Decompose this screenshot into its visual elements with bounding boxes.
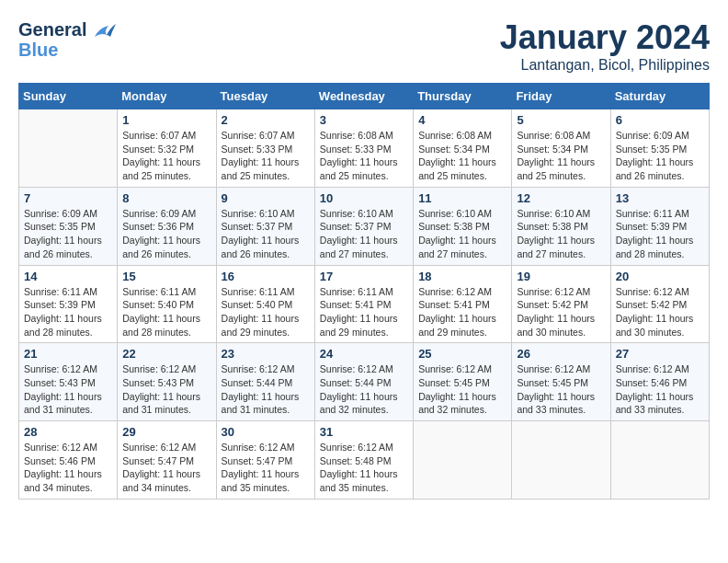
calendar-cell: 11Sunrise: 6:10 AM Sunset: 5:38 PM Dayli… [414, 187, 512, 265]
header-wednesday: Wednesday [314, 84, 413, 109]
day-number: 27 [616, 347, 704, 361]
calendar-week-row: 14Sunrise: 6:11 AM Sunset: 5:39 PM Dayli… [19, 265, 710, 343]
day-number: 22 [122, 347, 210, 361]
day-number: 29 [122, 425, 210, 439]
day-number: 2 [222, 113, 310, 127]
logo-line2: Blue [18, 40, 86, 60]
day-info: Sunrise: 6:12 AM Sunset: 5:44 PM Dayligh… [222, 362, 310, 417]
day-info: Sunrise: 6:12 AM Sunset: 5:44 PM Dayligh… [320, 362, 408, 417]
header-friday: Friday [512, 84, 610, 109]
day-info: Sunrise: 6:12 AM Sunset: 5:42 PM Dayligh… [517, 285, 605, 339]
day-info: Sunrise: 6:12 AM Sunset: 5:43 PM Dayligh… [122, 362, 210, 417]
day-number: 15 [122, 270, 210, 283]
calendar-cell: 29Sunrise: 6:12 AM Sunset: 5:47 PM Dayli… [118, 421, 216, 500]
day-number: 3 [320, 113, 408, 127]
calendar-cell: 27Sunrise: 6:12 AM Sunset: 5:46 PM Dayli… [610, 343, 709, 421]
day-info: Sunrise: 6:07 AM Sunset: 5:33 PM Dayligh… [222, 129, 310, 183]
day-number: 1 [122, 113, 210, 127]
location: Lantangan, Bicol, Philippines [500, 57, 710, 74]
day-number: 13 [616, 191, 704, 205]
day-number: 8 [122, 191, 210, 205]
day-number: 21 [24, 347, 112, 361]
day-number: 26 [517, 347, 605, 361]
page-header: General Blue January 2024 Lantangan, Bic… [18, 18, 710, 74]
day-number: 12 [517, 191, 605, 205]
day-number: 28 [24, 425, 112, 439]
day-info: Sunrise: 6:10 AM Sunset: 5:38 PM Dayligh… [517, 207, 605, 261]
day-number: 30 [222, 425, 310, 439]
calendar-cell: 28Sunrise: 6:12 AM Sunset: 5:46 PM Dayli… [19, 421, 118, 500]
day-info: Sunrise: 6:08 AM Sunset: 5:34 PM Dayligh… [418, 129, 506, 183]
calendar-cell: 7Sunrise: 6:09 AM Sunset: 5:35 PM Daylig… [19, 187, 118, 265]
calendar-week-row: 21Sunrise: 6:12 AM Sunset: 5:43 PM Dayli… [19, 343, 710, 421]
day-info: Sunrise: 6:08 AM Sunset: 5:34 PM Dayligh… [517, 129, 605, 183]
day-number: 24 [320, 347, 408, 361]
header-monday: Monday [118, 84, 216, 109]
day-number: 14 [24, 270, 112, 283]
calendar-cell: 5Sunrise: 6:08 AM Sunset: 5:34 PM Daylig… [512, 109, 610, 188]
calendar-cell: 19Sunrise: 6:12 AM Sunset: 5:42 PM Dayli… [512, 265, 610, 343]
header-tuesday: Tuesday [216, 84, 314, 109]
day-info: Sunrise: 6:12 AM Sunset: 5:46 PM Dayligh… [616, 362, 704, 417]
day-number: 5 [517, 113, 605, 127]
calendar-cell [414, 421, 512, 500]
calendar-cell: 14Sunrise: 6:11 AM Sunset: 5:39 PM Dayli… [19, 265, 118, 343]
day-info: Sunrise: 6:12 AM Sunset: 5:45 PM Dayligh… [418, 362, 506, 417]
day-number: 6 [616, 113, 704, 127]
calendar-cell: 12Sunrise: 6:10 AM Sunset: 5:38 PM Dayli… [512, 187, 610, 265]
calendar-cell: 13Sunrise: 6:11 AM Sunset: 5:39 PM Dayli… [610, 187, 709, 265]
calendar-cell: 16Sunrise: 6:11 AM Sunset: 5:40 PM Dayli… [216, 265, 314, 343]
month-title: January 2024 [500, 18, 710, 57]
calendar-cell [19, 109, 118, 188]
day-number: 23 [222, 347, 310, 361]
calendar-cell: 31Sunrise: 6:12 AM Sunset: 5:48 PM Dayli… [314, 421, 413, 500]
day-info: Sunrise: 6:12 AM Sunset: 5:43 PM Dayligh… [24, 362, 112, 417]
calendar-cell: 26Sunrise: 6:12 AM Sunset: 5:45 PM Dayli… [512, 343, 610, 421]
calendar-cell: 10Sunrise: 6:10 AM Sunset: 5:37 PM Dayli… [314, 187, 413, 265]
header-thursday: Thursday [414, 84, 512, 109]
calendar-cell: 9Sunrise: 6:10 AM Sunset: 5:37 PM Daylig… [216, 187, 314, 265]
calendar-cell: 15Sunrise: 6:11 AM Sunset: 5:40 PM Dayli… [118, 265, 216, 343]
calendar-cell: 18Sunrise: 6:12 AM Sunset: 5:41 PM Dayli… [414, 265, 512, 343]
calendar-week-row: 28Sunrise: 6:12 AM Sunset: 5:46 PM Dayli… [19, 421, 710, 500]
calendar-cell: 20Sunrise: 6:12 AM Sunset: 5:42 PM Dayli… [610, 265, 709, 343]
logo-line1: General [18, 19, 86, 40]
day-number: 18 [418, 270, 506, 283]
day-info: Sunrise: 6:12 AM Sunset: 5:41 PM Dayligh… [418, 285, 506, 339]
day-info: Sunrise: 6:09 AM Sunset: 5:35 PM Dayligh… [616, 129, 704, 183]
day-info: Sunrise: 6:12 AM Sunset: 5:48 PM Dayligh… [320, 441, 408, 495]
logo: General Blue [18, 18, 118, 60]
header-saturday: Saturday [610, 84, 709, 109]
day-info: Sunrise: 6:11 AM Sunset: 5:41 PM Dayligh… [320, 285, 408, 339]
calendar-cell: 22Sunrise: 6:12 AM Sunset: 5:43 PM Dayli… [118, 343, 216, 421]
day-info: Sunrise: 6:11 AM Sunset: 5:40 PM Dayligh… [222, 285, 310, 339]
day-number: 10 [320, 191, 408, 205]
logo-bird-icon [90, 18, 118, 52]
calendar-cell: 30Sunrise: 6:12 AM Sunset: 5:47 PM Dayli… [216, 421, 314, 500]
calendar-cell: 2Sunrise: 6:07 AM Sunset: 5:33 PM Daylig… [216, 109, 314, 188]
day-info: Sunrise: 6:12 AM Sunset: 5:46 PM Dayligh… [24, 441, 112, 495]
day-info: Sunrise: 6:10 AM Sunset: 5:37 PM Dayligh… [320, 207, 408, 261]
calendar-cell: 21Sunrise: 6:12 AM Sunset: 5:43 PM Dayli… [19, 343, 118, 421]
calendar-cell: 8Sunrise: 6:09 AM Sunset: 5:36 PM Daylig… [118, 187, 216, 265]
day-number: 11 [418, 191, 506, 205]
calendar-cell [512, 421, 610, 500]
title-block: January 2024 Lantangan, Bicol, Philippin… [500, 18, 710, 74]
calendar-week-row: 7Sunrise: 6:09 AM Sunset: 5:35 PM Daylig… [19, 187, 710, 265]
day-info: Sunrise: 6:12 AM Sunset: 5:47 PM Dayligh… [222, 441, 310, 495]
day-info: Sunrise: 6:11 AM Sunset: 5:39 PM Dayligh… [24, 285, 112, 339]
day-info: Sunrise: 6:08 AM Sunset: 5:33 PM Dayligh… [320, 129, 408, 183]
day-info: Sunrise: 6:09 AM Sunset: 5:35 PM Dayligh… [24, 207, 112, 261]
day-info: Sunrise: 6:09 AM Sunset: 5:36 PM Dayligh… [122, 207, 210, 261]
header-sunday: Sunday [19, 84, 118, 109]
calendar-table: SundayMondayTuesdayWednesdayThursdayFrid… [18, 83, 710, 500]
calendar-cell: 25Sunrise: 6:12 AM Sunset: 5:45 PM Dayli… [414, 343, 512, 421]
day-number: 7 [24, 191, 112, 205]
calendar-week-row: 1Sunrise: 6:07 AM Sunset: 5:32 PM Daylig… [19, 109, 710, 188]
calendar-cell: 17Sunrise: 6:11 AM Sunset: 5:41 PM Dayli… [314, 265, 413, 343]
day-info: Sunrise: 6:07 AM Sunset: 5:32 PM Dayligh… [122, 129, 210, 183]
calendar-cell: 24Sunrise: 6:12 AM Sunset: 5:44 PM Dayli… [314, 343, 413, 421]
day-number: 17 [320, 270, 408, 283]
day-number: 9 [222, 191, 310, 205]
calendar-cell: 6Sunrise: 6:09 AM Sunset: 5:35 PM Daylig… [610, 109, 709, 188]
